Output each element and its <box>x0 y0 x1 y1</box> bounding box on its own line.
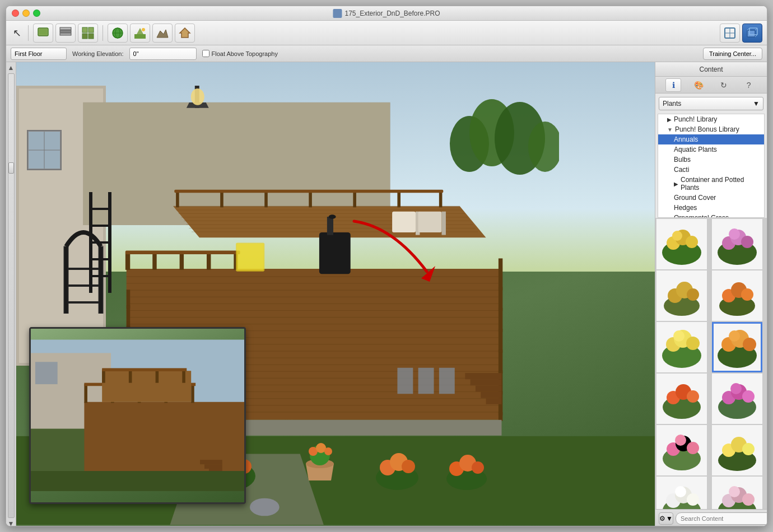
svg-marker-16 <box>180 28 190 38</box>
view-3d-btn[interactable] <box>742 24 762 43</box>
cat-ground-cover[interactable]: Ground Cover <box>658 193 764 203</box>
view-2d-btn[interactable] <box>720 24 740 43</box>
plant-thumb-3[interactable] <box>656 270 707 321</box>
svg-rect-188 <box>155 370 159 383</box>
tab-sync[interactable]: ↻ <box>716 78 732 92</box>
punch-bonus-arrow: ▼ <box>667 127 673 133</box>
ruler-thumb[interactable] <box>8 162 14 174</box>
cat-container-potted[interactable]: ▶ Container and Potted Plants <box>658 175 764 193</box>
elevation-input[interactable] <box>129 48 197 60</box>
svg-rect-109 <box>471 379 502 385</box>
viewport-scene <box>16 62 655 526</box>
container-potted-label: Container and Potted Plants <box>681 176 760 192</box>
svg-rect-49 <box>176 190 179 207</box>
main-layout: ▲ ▼ <box>6 62 767 526</box>
plant-thumb-2[interactable] <box>712 219 762 269</box>
tab-help[interactable]: ? <box>741 78 757 92</box>
svg-point-205 <box>687 288 699 301</box>
svg-marker-15 <box>157 30 168 38</box>
svg-rect-145 <box>64 246 68 314</box>
main-viewport[interactable] <box>16 62 655 526</box>
svg-rect-110 <box>476 385 502 391</box>
ruler-left: ▲ ▼ <box>6 62 16 526</box>
plant-thumb-9[interactable] <box>656 425 707 475</box>
ruler-up-arrow[interactable]: ▲ <box>8 64 15 71</box>
svg-rect-107 <box>237 244 263 270</box>
svg-rect-176 <box>84 384 87 403</box>
plant-thumb-11[interactable] <box>656 477 707 509</box>
ornamental-grass-label: Ornamental Grass <box>674 214 729 218</box>
cat-bulbs[interactable]: Bulbs <box>658 155 764 165</box>
plant-thumb-10[interactable] <box>712 425 762 475</box>
plant-thumb-12[interactable] <box>712 477 762 509</box>
plant-thumbnails-grid <box>655 218 767 509</box>
title-label: 175_Exterior_DnD_Before.PRO <box>344 10 440 17</box>
svg-point-14 <box>142 28 145 31</box>
ruler-scroll-bar[interactable] <box>8 73 15 518</box>
svg-rect-108 <box>465 373 501 379</box>
minimize-button[interactable] <box>22 10 30 17</box>
cat-ornamental-grass[interactable]: Ornamental Grass <box>658 213 764 218</box>
svg-rect-81 <box>127 305 131 309</box>
cat-punch-library[interactable]: ▶ Punch! Library <box>658 114 764 124</box>
layers-tool-btn[interactable] <box>55 24 76 43</box>
window-title: 175_Exterior_DnD_Before.PRO <box>333 9 440 18</box>
svg-rect-20 <box>747 30 755 37</box>
plant-thumb-5[interactable] <box>656 322 707 372</box>
tab-info[interactable]: ℹ <box>665 78 681 92</box>
inset-scene <box>31 329 245 502</box>
floor-select[interactable]: First Floor <box>11 48 67 60</box>
plant-thumb-6[interactable] <box>712 322 762 372</box>
svg-point-213 <box>686 337 700 350</box>
maximize-button[interactable] <box>33 10 40 17</box>
landscape-tool-btn[interactable] <box>130 24 150 43</box>
training-center-button[interactable]: Training Center... <box>703 48 762 60</box>
svg-point-241 <box>687 493 699 506</box>
svg-rect-112 <box>486 398 502 404</box>
plant-pot-center <box>297 441 342 480</box>
float-checkbox[interactable] <box>202 50 209 57</box>
plant-thumb-4[interactable] <box>712 270 762 321</box>
svg-rect-55 <box>439 190 443 207</box>
toolbar-separator-2 <box>103 25 103 41</box>
split-tool-btn[interactable] <box>78 24 98 43</box>
globe-tool-btn[interactable] <box>108 24 128 43</box>
library-tree[interactable]: ▶ Punch! Library ▼ Punch! Bonus Library … <box>658 114 765 218</box>
select-tool-btn[interactable] <box>33 24 53 43</box>
ruler-down-arrow[interactable]: ▼ <box>8 520 15 526</box>
svg-rect-90 <box>125 250 240 254</box>
plant-cluster-mid-right <box>374 450 421 490</box>
svg-rect-87 <box>180 252 184 270</box>
plant-cluster-right <box>444 452 489 490</box>
gear-settings-button[interactable]: ⚙ ▼ <box>659 512 673 525</box>
punch-bonus-label: Punch! Bonus Library <box>675 125 739 133</box>
svg-point-247 <box>729 486 740 497</box>
search-content-input[interactable] <box>676 512 767 525</box>
cat-hedges[interactable]: Hedges <box>658 203 764 213</box>
cat-aquatic-plants[interactable]: Aquatic Plants <box>658 144 764 155</box>
cat-punch-bonus[interactable]: ▼ Punch! Bonus Library <box>658 124 764 134</box>
tab-color[interactable]: 🎨 <box>691 78 706 92</box>
cursor-tool[interactable]: ↖ <box>11 25 24 41</box>
svg-rect-190 <box>102 368 187 372</box>
svg-rect-3 <box>60 33 71 35</box>
cat-cacti[interactable]: Cacti <box>658 165 764 175</box>
plant-thumb-1[interactable] <box>656 219 707 269</box>
svg-point-140 <box>402 460 415 473</box>
plant-thumb-7[interactable] <box>656 374 707 424</box>
svg-point-144 <box>472 461 484 474</box>
float-checkbox-label[interactable]: Float Above Topography <box>202 50 278 57</box>
terrain-tool-btn[interactable] <box>152 24 173 43</box>
svg-rect-94 <box>499 329 502 332</box>
close-button[interactable] <box>12 10 19 17</box>
home-tool-btn[interactable] <box>175 24 195 43</box>
svg-point-201 <box>729 228 740 240</box>
toolbar-separator-1 <box>28 25 29 41</box>
plant-thumb-8[interactable] <box>712 374 762 424</box>
category-dropdown[interactable]: Plants ▼ <box>659 97 763 110</box>
svg-point-242 <box>675 486 686 497</box>
hedges-label: Hedges <box>674 204 697 212</box>
bulbs-label: Bulbs <box>674 156 691 164</box>
cat-annuals[interactable]: Annuals <box>658 134 764 144</box>
float-label: Float Above Topography <box>212 50 278 57</box>
